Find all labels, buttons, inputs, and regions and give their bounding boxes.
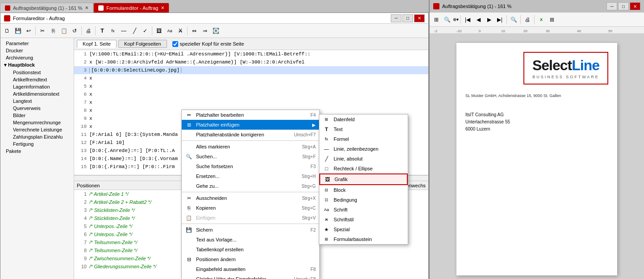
toolbar-x-style[interactable]: X bbox=[176, 26, 185, 36]
submenu-text[interactable]: T Text bbox=[319, 124, 408, 134]
sidebar-item-mengenumrechnungen[interactable]: Mengenumrechnunge bbox=[0, 119, 74, 126]
right-toolbar-btn1[interactable]: ⊞ bbox=[431, 15, 441, 25]
minimize-button[interactable]: ─ bbox=[391, 14, 401, 22]
submenu-bedingung[interactable]: ⊡ Bedingung bbox=[319, 195, 408, 205]
toolbar-paste[interactable]: 📋 bbox=[59, 26, 69, 36]
sidebar-item-positionstext[interactable]: Positionstext bbox=[0, 69, 74, 76]
right-first-page[interactable]: |◀ bbox=[463, 15, 473, 25]
tab-kopf-1-seite[interactable]: Kopf 1. Seite bbox=[77, 40, 117, 48]
toolbar-minus[interactable]: ╱ bbox=[130, 26, 139, 36]
sidebar-item-artikeldimensionstext[interactable]: Artikeldimensionstext bbox=[0, 90, 74, 97]
right-close[interactable]: ✕ bbox=[630, 2, 640, 10]
toolbar-move[interactable]: ⇔ bbox=[189, 26, 199, 36]
code-line-2[interactable]: 2 x [W:-300::2:0:Archivfeld AdrName::{.A… bbox=[74, 58, 428, 66]
sidebar-item-verrechnete[interactable]: Verrechnete Leistunge bbox=[0, 126, 74, 133]
submenu-datenfeld[interactable]: ⊞ Datenfeld bbox=[319, 114, 408, 124]
menu-ersetzen[interactable]: Ersetzen... Strg+H bbox=[182, 171, 319, 181]
toolbar-sep-5 bbox=[187, 26, 188, 35]
submenu-grafik[interactable]: 🖼 Grafik bbox=[319, 173, 408, 185]
toolbar-new[interactable]: 🗋 bbox=[2, 26, 12, 36]
sidebar-item-parameter[interactable]: Parameter bbox=[0, 40, 74, 47]
right-last-page[interactable]: ▶| bbox=[495, 15, 505, 25]
sidebar-item-archivierung[interactable]: Archivierung bbox=[0, 54, 74, 61]
tab-close-2[interactable]: ✕ bbox=[161, 5, 164, 10]
menu-platzhalterabstande[interactable]: Platzhalterabstände korrigieren Umsch+F7 bbox=[182, 130, 319, 140]
submenu-rechteck[interactable]: □ Rechteck / Ellipse bbox=[319, 164, 408, 173]
submenu-schriftstil[interactable]: X Schriftstil bbox=[319, 215, 408, 224]
tab-close-1[interactable]: ✕ bbox=[85, 5, 88, 10]
tab-kopf-folgeseiten[interactable]: Kopf Folgeseiten bbox=[118, 40, 167, 48]
toolbar-check[interactable]: ✓ bbox=[140, 26, 150, 36]
sidebar-item-pakete[interactable]: Pakete bbox=[0, 148, 74, 155]
menu-platzhalter-einfuegen[interactable]: ⊞ Platzhalter einfügen ▶ bbox=[182, 120, 319, 130]
toolbar-formula[interactable]: fx bbox=[108, 26, 118, 36]
toolbar-line[interactable]: — bbox=[119, 26, 129, 36]
submenu-block[interactable]: ⊟ Block bbox=[319, 185, 408, 195]
right-next-page[interactable]: ▶ bbox=[484, 15, 494, 25]
menu-gehe-zu[interactable]: Gehe zu... Strg+G bbox=[182, 181, 319, 191]
menu-tabellenkopf[interactable]: Tabellenkopf erstellen bbox=[182, 245, 319, 254]
sidebar-item-drucker[interactable]: Drucker bbox=[0, 47, 74, 54]
toolbar-disk[interactable]: 💽 bbox=[211, 26, 221, 36]
submenu-linie-absolut[interactable]: ╱ Linie, absolut bbox=[319, 154, 408, 164]
sidebar-item-hauptblock[interactable]: ▾ Hauptblock bbox=[0, 61, 74, 69]
sidebar-item-fertigung[interactable]: Fertigung bbox=[0, 140, 74, 148]
right-search[interactable]: 🔍 bbox=[509, 15, 519, 25]
sidebar-item-artikelfremdtext[interactable]: Artikelfremdtext bbox=[0, 76, 74, 83]
menu-positionen-andern[interactable]: ⊟ Positionen ändern bbox=[182, 254, 319, 264]
menu-text-aus-vorlage[interactable]: Text aus Vorlage... bbox=[182, 235, 319, 245]
toolbar-undo[interactable]: ↩ bbox=[24, 26, 33, 36]
tab-auftragsbestatigung[interactable]: Auftragsbestätigung (1) - 161 % ✕ bbox=[0, 3, 93, 13]
tab-bar: Auftragsbestätigung (1) - 161 % ✕ Formul… bbox=[0, 0, 429, 13]
menu-alles-markieren[interactable]: Alles markieren Strg+A bbox=[182, 142, 319, 152]
toolbar-aa[interactable]: Aa bbox=[165, 26, 175, 36]
menu-icon-edit: ✏ bbox=[185, 111, 192, 118]
menu-kopieren[interactable]: ⎘ Kopieren Strg+C bbox=[182, 203, 319, 213]
maximize-button[interactable]: □ bbox=[402, 14, 413, 22]
special-head-checkbox[interactable] bbox=[172, 41, 178, 47]
sidebar-item-zahlungsplan[interactable]: Zahlungsplan Einzahlu bbox=[0, 133, 74, 140]
code-line-6[interactable]: 6 x bbox=[74, 90, 428, 98]
toolbar-cut[interactable]: ✂ bbox=[38, 26, 47, 36]
submenu-schrift[interactable]: Aa Schrift bbox=[319, 205, 408, 215]
right-extra[interactable]: ⊞ bbox=[547, 15, 557, 25]
tab-formulareditor[interactable]: Formulareditor - Auftrag ✕ bbox=[93, 3, 169, 13]
toolbar-link[interactable]: ⇒ bbox=[200, 26, 210, 36]
toolbar-text-tool[interactable]: T bbox=[97, 26, 107, 36]
toolbar-print[interactable]: 🖨 bbox=[84, 26, 93, 36]
menu-gleiche-hohe[interactable]: Gleiche Höhe der Eingabefelder Umsch+F8 bbox=[182, 274, 319, 279]
code-line-3[interactable]: 3 [G:0:0:0:0:SelectLineLogo.jpg] bbox=[74, 66, 428, 74]
code-line-4[interactable]: 4 x bbox=[74, 74, 428, 82]
expand-icon: ▾ bbox=[4, 62, 7, 68]
toolbar-save[interactable]: 💾 bbox=[13, 26, 23, 36]
right-maximize[interactable]: □ bbox=[618, 2, 629, 10]
submenu-formularbaustein[interactable]: ⊞ Formularbaustein bbox=[319, 234, 408, 244]
code-line-7[interactable]: 7 x bbox=[74, 98, 428, 106]
code-line-5[interactable]: 5 x bbox=[74, 82, 428, 90]
submenu-formel[interactable]: fx Formel bbox=[319, 134, 408, 144]
right-minimize[interactable]: ─ bbox=[606, 2, 617, 10]
right-print[interactable]: 🖨 bbox=[523, 15, 532, 25]
sidebar-item-querverweis[interactable]: Querverweis bbox=[0, 105, 74, 112]
right-toolbar-btn2[interactable]: 🔍 bbox=[442, 15, 452, 25]
sidebar-item-langtext[interactable]: Langtext bbox=[0, 97, 74, 105]
menu-sichern[interactable]: 💾 Sichern F2 bbox=[182, 225, 319, 235]
right-excel[interactable]: X bbox=[536, 15, 546, 25]
menu-suchen[interactable]: 🔍 Suchen... Strg+F bbox=[182, 152, 319, 161]
toolbar-image[interactable]: 🖼 bbox=[154, 26, 164, 36]
code-line-1[interactable]: 1 [V:1000:TL:EMail:2:0::{>KU~EMail .Adre… bbox=[74, 50, 428, 58]
submenu-spezial[interactable]: ★ Spezial bbox=[319, 224, 408, 234]
sidebar-item-lagerinformation[interactable]: Lagerinformation bbox=[0, 83, 74, 90]
menu-platzhalter-bearbeiten[interactable]: ✏ Platzhalter bearbeiten F4 bbox=[182, 110, 319, 120]
menu-eingabefeld[interactable]: Eingabefeld ausweiten F8 bbox=[182, 264, 319, 274]
close-button[interactable]: ✕ bbox=[414, 14, 425, 22]
toolbar-undo2[interactable]: ↺ bbox=[70, 26, 79, 36]
sidebar-item-bilder[interactable]: Bilder bbox=[0, 112, 74, 119]
submenu-linie-zeile[interactable]: — Linie, zeilenbezogen bbox=[319, 144, 408, 154]
right-prev-page[interactable]: ◀ bbox=[473, 15, 483, 25]
menu-suche-fortsetzen[interactable]: Suche fortsetzen F3 bbox=[182, 161, 319, 171]
right-preview-area[interactable]: SelectLine BUSINESS SOFTWARE SL Muster G… bbox=[430, 34, 644, 279]
menu-ausschneiden[interactable]: ✂ Ausschneiden Strg+X bbox=[182, 193, 319, 203]
menu-label-replace: Ersetzen... bbox=[196, 173, 220, 179]
toolbar-copy[interactable]: ⎘ bbox=[48, 26, 58, 36]
